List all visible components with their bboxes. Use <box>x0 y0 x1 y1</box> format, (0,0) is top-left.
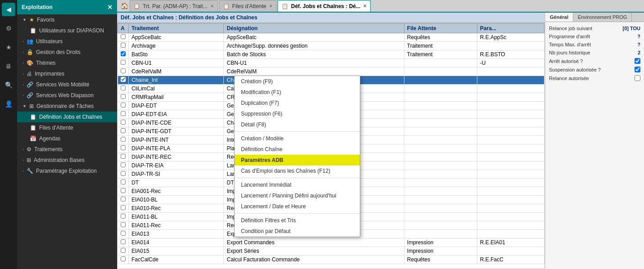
sidebar-item-themes[interactable]: › 🎨 Thèmes <box>17 58 117 68</box>
context-menu-item[interactable]: Création (F9) <box>235 76 360 87</box>
row-checkbox[interactable] <box>121 222 126 227</box>
context-menu-item[interactable]: Détail (F8) <box>235 119 360 130</box>
row-checkbox[interactable] <box>121 60 126 65</box>
collapse-sidebar-btn[interactable]: ◀ <box>2 3 15 16</box>
table-row[interactable]: AppSceBatcAppSceBatcRequêtesR.E.AppSc <box>118 33 544 42</box>
row-checkbox[interactable] <box>121 179 126 184</box>
rpanel-checkbox-suspend-auto[interactable] <box>635 67 640 72</box>
row-checkbox[interactable] <box>121 94 126 99</box>
sidebar-item-imprimantes[interactable]: › 🖨 Imprimantes <box>17 68 117 79</box>
close-sidebar-icon[interactable]: ✕ <box>107 4 113 11</box>
table-row[interactable]: CdeRelValMCdeRelValM <box>118 67 544 76</box>
grid-icon: ⊞ <box>29 103 34 109</box>
monitor-icon-btn[interactable]: 🖥 <box>2 59 15 73</box>
row-checkbox[interactable] <box>121 145 126 150</box>
rpanel-tab-env[interactable]: Environnement PROG <box>573 13 632 22</box>
row-checkbox[interactable] <box>121 51 126 56</box>
row-checkbox[interactable] <box>121 205 126 210</box>
row-checkbox[interactable] <box>121 239 126 244</box>
context-menu-item[interactable]: Suppression (F6) <box>235 108 360 119</box>
favorites-icon-btn[interactable]: ★ <box>2 40 15 54</box>
row-checkbox[interactable] <box>121 154 126 159</box>
tab-trt-par[interactable]: 📋 Trt. Par. (ADM-AP) : Trait... ✕ <box>130 0 218 12</box>
tab-files-attente[interactable]: 📋 Files d'Attente ✕ <box>219 0 277 12</box>
row-checkbox[interactable] <box>121 214 126 219</box>
rpanel-checkbox-relance-auto[interactable] <box>635 75 640 81</box>
row-checkbox[interactable] <box>121 231 126 236</box>
rpanel-tab-general[interactable]: Général <box>545 13 573 22</box>
row-checkbox[interactable] <box>121 248 126 253</box>
row-checkbox[interactable] <box>121 77 126 82</box>
tab-close-trt-par[interactable]: ✕ <box>210 4 214 9</box>
context-menu-item[interactable]: Duplication (F7) <box>235 98 360 108</box>
row-checkbox[interactable] <box>121 85 126 90</box>
sidebar-item-label: Services Web Diapason <box>36 92 94 99</box>
row-checkbox[interactable] <box>121 43 126 48</box>
sidebar-item-label: Utilisateurs <box>36 38 63 45</box>
tab-close-files[interactable]: ✕ <box>269 4 272 9</box>
col-header-designation[interactable]: Désignation <box>224 24 404 33</box>
row-checkbox[interactable] <box>121 120 126 125</box>
sidebar-item-services-dia[interactable]: › 🔗 Services Web Diapason <box>17 90 117 101</box>
cell-a <box>118 187 129 196</box>
sidebar-item-parametrage[interactable]: › 🔧 Paramétrage Exploitation <box>17 166 117 176</box>
sidebar-item-favoris[interactable]: ▼ ★ Favoris <box>17 14 117 25</box>
row-checkbox[interactable] <box>121 171 126 176</box>
settings-icon-btn[interactable]: ⚙ <box>2 22 15 35</box>
context-menu-item[interactable]: Lancement / Planning Défini aujourd'hui <box>235 190 360 201</box>
context-menu-item[interactable]: Modification (F1) <box>235 87 360 98</box>
rpanel-checkbox-arret-auto[interactable] <box>635 58 640 64</box>
sidebar-item-utilisateurs-diapason[interactable]: 📋 Utilisateurs sur DIAPASON <box>17 25 117 36</box>
cell-traitement: DIAP-EDT <box>129 102 224 110</box>
row-checkbox[interactable] <box>121 197 126 202</box>
sidebar-item-gestionnaire[interactable]: ▼ ⊞ Gestionnaire de Tâches <box>17 101 117 112</box>
context-menu-item[interactable]: Définition Filtres et Tris <box>235 215 360 226</box>
context-menu-item[interactable]: Création / Modèle <box>235 133 360 144</box>
sidebar-item-agendas[interactable]: 📅 Agendas <box>17 133 117 144</box>
cell-traitement: DIAP-TR-SI <box>129 170 224 179</box>
row-checkbox[interactable] <box>121 34 126 39</box>
col-header-traitement[interactable]: Traitement <box>129 24 224 33</box>
table-row[interactable]: CBN-U1CBN-U1-U <box>118 59 544 67</box>
table-row[interactable]: EIA015Export SériesImpression <box>118 247 544 256</box>
grid2-icon: ⊞ <box>27 157 31 163</box>
context-menu-item[interactable]: Cas d'Emploi dans les Chaînes (F12) <box>235 166 360 176</box>
sidebar-item-gestion-droits[interactable]: › 🔒 Gestion des Droits <box>17 47 117 58</box>
home-button[interactable]: 🏠 <box>119 0 130 11</box>
col-header-file-attente[interactable]: File Attente <box>404 24 477 33</box>
row-checkbox[interactable] <box>121 256 126 261</box>
table-row[interactable]: FacCalCdeCalcul Facturation CommandeRequ… <box>118 256 544 264</box>
sidebar-item-files-attente[interactable]: 📋 Files d'Attente <box>17 122 117 133</box>
row-checkbox[interactable] <box>121 162 126 167</box>
cell-designation: Batch de Stocks <box>224 50 404 59</box>
search-icon-btn[interactable]: 🔍 <box>2 78 15 92</box>
table-row[interactable]: EIA014Export CommandesImpressionR.E.EIA0… <box>118 238 544 247</box>
sidebar-item-admin-bases[interactable]: › ⊞ Administration Bases <box>17 155 117 166</box>
cell-file_attente <box>404 144 477 153</box>
row-checkbox[interactable] <box>121 128 126 133</box>
tab-close-def-jobs[interactable]: ✕ <box>363 4 367 9</box>
sidebar-item-utilisateurs[interactable]: › 👥 Utilisateurs <box>17 36 117 47</box>
context-menu-item[interactable]: Lancement / Date et Heure <box>235 201 360 212</box>
sidebar-item-traitements[interactable]: › ⚙ Traitements <box>17 144 117 155</box>
row-checkbox[interactable] <box>121 137 126 142</box>
context-menu-item[interactable]: Paramètres ADB <box>235 155 360 166</box>
context-menu-item[interactable]: Lancement Immédiat <box>235 179 360 190</box>
table-row[interactable]: BatStoBatch de StocksTraitementR.E.BSTO <box>118 50 544 59</box>
rpanel-value-nb-jours: 2 <box>638 50 640 55</box>
row-checkbox[interactable] <box>121 111 126 116</box>
context-menu-item[interactable]: Condition par Défaut <box>235 226 360 237</box>
sidebar-item-services-mob[interactable]: › 🔗 Services Web Mobilité <box>17 79 117 90</box>
row-checkbox[interactable] <box>121 68 126 73</box>
cell-file_attente: Impression <box>404 238 477 247</box>
user-icon-btn[interactable]: 👤 <box>2 97 15 111</box>
table-row[interactable]: ArchivageArchivage/Supp. données gestion… <box>118 42 544 50</box>
sidebar-item-definition-jobs[interactable]: 📋 Définition Jobs et Chaînes <box>17 112 117 122</box>
cell-designation: Archivage/Supp. données gestion <box>224 42 404 50</box>
row-checkbox[interactable] <box>121 188 126 193</box>
tab-def-jobs[interactable]: 📋 Déf. Jobs et Chaînes : Dé... ✕ <box>277 0 371 12</box>
context-menu-item[interactable]: Définition Chaîne <box>235 144 360 155</box>
rpanel-label-nb-jours: Nb jours historique <box>549 50 636 55</box>
col-header-params[interactable]: Para... <box>477 24 544 33</box>
row-checkbox[interactable] <box>121 103 126 108</box>
